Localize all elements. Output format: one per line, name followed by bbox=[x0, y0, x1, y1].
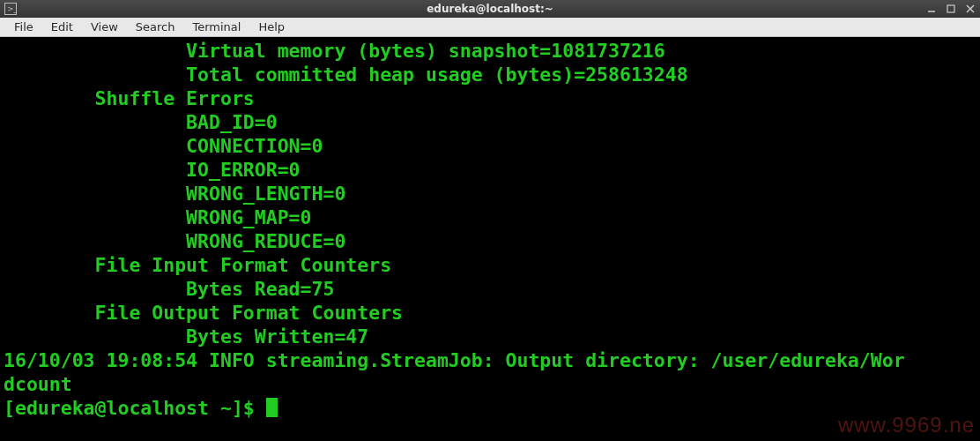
close-button[interactable] bbox=[964, 3, 976, 15]
shell-prompt: [edureka@localhost ~]$ bbox=[4, 397, 266, 419]
menu-terminal[interactable]: Terminal bbox=[183, 19, 249, 35]
menu-help[interactable]: Help bbox=[249, 19, 293, 35]
maximize-button[interactable] bbox=[945, 3, 957, 15]
menu-file[interactable]: File bbox=[5, 19, 42, 35]
output-line: Virtual memory (bytes) snapshot=10817372… bbox=[4, 40, 665, 62]
output-line: dcount bbox=[4, 373, 72, 395]
output-line: Bytes Read=75 bbox=[4, 278, 334, 300]
output-line: Bytes Written=47 bbox=[4, 325, 368, 348]
svg-text:>_: >_ bbox=[7, 4, 17, 13]
svg-rect-3 bbox=[947, 5, 954, 12]
menu-search[interactable]: Search bbox=[127, 19, 184, 35]
output-line: 16/10/03 19:08:54 INFO streaming.StreamJ… bbox=[4, 349, 905, 371]
output-line: CONNECTION=0 bbox=[4, 135, 323, 157]
window-titlebar: >_ edureka@localhost:~ bbox=[0, 0, 980, 18]
output-line: File Output Format Counters bbox=[4, 302, 414, 324]
minimize-button[interactable] bbox=[925, 3, 938, 15]
terminal-cursor bbox=[266, 398, 278, 417]
output-line: File Input Format Counters bbox=[4, 254, 403, 276]
output-line: WRONG_MAP=0 bbox=[4, 206, 312, 228]
output-line: IO_ERROR=0 bbox=[4, 159, 301, 181]
output-line: Shuffle Errors bbox=[4, 87, 255, 109]
window-title: edureka@localhost:~ bbox=[427, 3, 553, 15]
terminal-icon: >_ bbox=[4, 2, 18, 16]
menu-view[interactable]: View bbox=[82, 19, 127, 35]
window-controls bbox=[925, 3, 976, 15]
output-line: WRONG_REDUCE=0 bbox=[4, 230, 345, 252]
output-line: WRONG_LENGTH=0 bbox=[4, 183, 345, 205]
menubar: File Edit View Search Terminal Help bbox=[0, 18, 980, 37]
output-line: BAD_ID=0 bbox=[4, 111, 278, 133]
terminal-output[interactable]: Virtual memory (bytes) snapshot=10817372… bbox=[0, 37, 980, 441]
menu-edit[interactable]: Edit bbox=[42, 19, 82, 35]
output-line: Total committed heap usage (bytes)=25861… bbox=[4, 64, 688, 86]
